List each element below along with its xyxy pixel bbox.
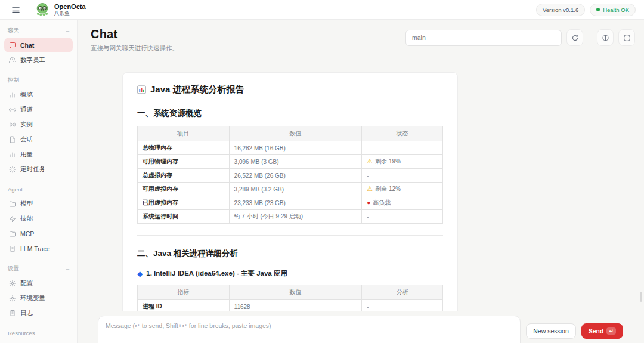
warning-icon: ⚠ [367,157,373,165]
bar-chart-icon [9,151,16,158]
fullscreen-button[interactable] [618,29,635,46]
red-circle-icon: ● [367,199,370,206]
section-1-heading: 一、系统资源概览 [137,108,443,119]
section-divider [137,235,443,236]
system-resources-table: 项目 数值 状态 总物理内存 16,282 MB (16 GB) - 可用物理内… [137,126,443,224]
sidebar-item-model[interactable]: 模型 [4,196,73,211]
top-bar: OpenOcta 八爪鱼 Version v0.1.6 Health OK [0,0,644,20]
refresh-button[interactable] [566,29,583,46]
chat-message-area: Java 进程系统分析报告 一、系统资源概览 项目 数值 状态 总物理内存 16… [78,58,644,311]
sidebar-item-env-vars[interactable]: 环境变量 [4,291,73,305]
scrollbar-thumb[interactable] [640,292,642,302]
health-dot-icon [596,8,600,11]
blue-diamond-icon: ◆ [137,270,143,278]
table-row: 总虚拟内存 26,522 MB (26 GB) - [138,169,443,183]
sidebar-item-scheduled-tasks[interactable]: 定时任务 [4,162,73,177]
sidebar-item-chat[interactable]: Chat [4,38,73,52]
message-input[interactable] [98,316,521,343]
collapse-icon: – [66,77,69,84]
warning-icon: ⚠ [367,185,373,192]
zap-icon [9,215,16,223]
brand: OpenOcta 八爪鱼 [35,2,86,17]
session-input[interactable] [405,30,562,46]
sidebar: 聊天 – Chat 数字员工 控制 – 概览 通道 实例 [0,20,78,343]
table-row: 总物理内存 16,282 MB (16 GB) - [138,141,443,155]
refresh-icon [571,34,579,42]
receipt-icon [9,245,16,252]
sidebar-item-llm-trace[interactable]: LLM Trace [4,241,73,256]
collapse-icon: – [66,265,69,272]
table-row: 已用虚拟内存 23,233 MB (23 GB) ●高负载 [138,196,443,210]
link-icon [9,106,16,113]
brand-subtitle: 八爪鱼 [54,10,86,16]
table-row: 进程 ID 11628 - [138,300,443,311]
sidebar-item-overview[interactable]: 概览 [4,87,73,102]
table-header-row: 项目 数值 状态 [138,126,443,141]
radio-icon [9,121,16,128]
sidebar-section-resources[interactable]: Resources [8,329,69,337]
sidebar-item-digital-staff[interactable]: 数字员工 [4,52,73,67]
sidebar-section-chat[interactable]: 聊天 – [8,26,69,35]
bar-chart-emoji-icon [137,85,146,94]
sidebar-item-logs[interactable]: 日志 [4,305,73,320]
sidebar-item-usage[interactable]: 用量 [4,147,73,162]
collapse-icon: – [66,27,69,34]
chat-bubble-icon [9,42,16,49]
main-area: Chat 直接与网关聊天进行快速操作。 [78,20,644,343]
collapse-icon: – [66,186,69,193]
bar-chart-icon [9,91,16,98]
menu-icon[interactable] [8,2,23,17]
process-subheading: ◆ 1. IntelliJ IDEA (idea64.exe) - 主要 Jav… [137,269,443,278]
file-text-icon [9,136,16,143]
sidebar-item-config[interactable]: 配置 [4,276,73,291]
sidebar-item-mcp[interactable]: MCP [4,226,73,241]
sidebar-section-agent[interactable]: Agent – [8,185,69,193]
report-title: Java 进程系统分析报告 [137,84,443,95]
folder-icon [9,230,16,237]
table-row: 可用虚拟内存 3,289 MB (3.2 GB) ⚠剩余 12% [138,183,443,196]
gear-icon [9,280,16,287]
send-button[interactable]: Send ↵ [581,323,623,339]
enter-key-icon: ↵ [606,327,616,335]
sidebar-section-settings[interactable]: 设置 – [8,264,69,273]
report-message-card: Java 进程系统分析报告 一、系统资源概览 项目 数值 状态 总物理内存 16… [122,72,458,311]
message-composer: New session Send ↵ [78,311,644,343]
table-row: 可用物理内存 3,096 MB (3 GB) ⚠剩余 19% [138,155,443,169]
folder-icon [9,200,16,208]
expand-icon [623,34,631,42]
sidebar-item-instance[interactable]: 实例 [4,117,73,132]
octopus-logo-icon [35,2,50,17]
receipt-icon [9,310,16,317]
gear-icon [9,295,16,302]
table-row: 系统运行时间 约 7 小时 (今日 9:29 启动) - [138,210,443,224]
divider [590,33,590,42]
sidebar-item-skills[interactable]: 技能 [4,211,73,226]
sidebar-item-channel[interactable]: 通道 [4,102,73,117]
token-usage-button[interactable] [597,29,614,46]
sidebar-section-control[interactable]: 控制 – [8,76,69,84]
brand-name: OpenOcta [54,3,86,10]
version-badge: Version v0.1.6 [536,4,585,16]
table-header-row: 指标 数值 分析 [138,285,443,300]
sidebar-item-session[interactable]: 会话 [4,132,73,147]
process-detail-table: 指标 数值 分析 进程 ID 11628 - 物理内存 (Working Set… [137,285,443,311]
page-header: Chat 直接与网关聊天进行快速操作。 [78,20,644,58]
circle-slash-icon [602,34,609,42]
section-2-heading: 二、Java 相关进程详细分析 [137,248,443,259]
users-icon [9,57,16,64]
new-session-button[interactable]: New session [526,323,576,339]
loader-icon [9,166,16,173]
health-badge: Health OK [590,4,636,16]
